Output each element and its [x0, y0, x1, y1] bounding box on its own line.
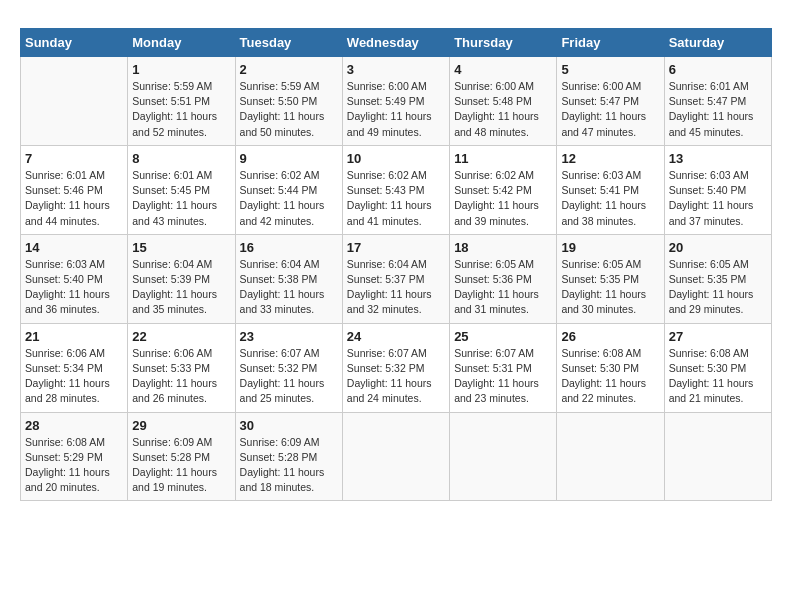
- weekday-header: Thursday: [450, 29, 557, 57]
- day-info: Sunrise: 6:08 AMSunset: 5:30 PMDaylight:…: [669, 346, 767, 407]
- weekday-header: Sunday: [21, 29, 128, 57]
- day-number: 28: [25, 418, 123, 433]
- day-number: 22: [132, 329, 230, 344]
- day-number: 17: [347, 240, 445, 255]
- calendar-cell: 30Sunrise: 6:09 AMSunset: 5:28 PMDayligh…: [235, 412, 342, 501]
- calendar-week-row: 28Sunrise: 6:08 AMSunset: 5:29 PMDayligh…: [21, 412, 772, 501]
- calendar-week-row: 7Sunrise: 6:01 AMSunset: 5:46 PMDaylight…: [21, 145, 772, 234]
- calendar-cell: 20Sunrise: 6:05 AMSunset: 5:35 PMDayligh…: [664, 234, 771, 323]
- calendar-cell: 27Sunrise: 6:08 AMSunset: 5:30 PMDayligh…: [664, 323, 771, 412]
- day-number: 3: [347, 62, 445, 77]
- calendar-week-row: 14Sunrise: 6:03 AMSunset: 5:40 PMDayligh…: [21, 234, 772, 323]
- day-number: 10: [347, 151, 445, 166]
- day-number: 25: [454, 329, 552, 344]
- calendar-cell: [21, 57, 128, 146]
- calendar-cell: 7Sunrise: 6:01 AMSunset: 5:46 PMDaylight…: [21, 145, 128, 234]
- calendar-cell: [664, 412, 771, 501]
- day-number: 2: [240, 62, 338, 77]
- day-number: 27: [669, 329, 767, 344]
- calendar-cell: [342, 412, 449, 501]
- calendar-cell: 24Sunrise: 6:07 AMSunset: 5:32 PMDayligh…: [342, 323, 449, 412]
- day-info: Sunrise: 6:01 AMSunset: 5:47 PMDaylight:…: [669, 79, 767, 140]
- calendar-cell: [557, 412, 664, 501]
- day-number: 20: [669, 240, 767, 255]
- calendar-cell: 16Sunrise: 6:04 AMSunset: 5:38 PMDayligh…: [235, 234, 342, 323]
- day-number: 19: [561, 240, 659, 255]
- calendar-cell: [450, 412, 557, 501]
- day-info: Sunrise: 6:07 AMSunset: 5:32 PMDaylight:…: [347, 346, 445, 407]
- day-info: Sunrise: 6:01 AMSunset: 5:45 PMDaylight:…: [132, 168, 230, 229]
- weekday-header: Tuesday: [235, 29, 342, 57]
- calendar-cell: 26Sunrise: 6:08 AMSunset: 5:30 PMDayligh…: [557, 323, 664, 412]
- day-number: 26: [561, 329, 659, 344]
- day-number: 9: [240, 151, 338, 166]
- calendar-cell: 12Sunrise: 6:03 AMSunset: 5:41 PMDayligh…: [557, 145, 664, 234]
- day-number: 13: [669, 151, 767, 166]
- day-info: Sunrise: 6:02 AMSunset: 5:42 PMDaylight:…: [454, 168, 552, 229]
- day-info: Sunrise: 6:05 AMSunset: 5:36 PMDaylight:…: [454, 257, 552, 318]
- calendar-cell: 9Sunrise: 6:02 AMSunset: 5:44 PMDaylight…: [235, 145, 342, 234]
- calendar-cell: 29Sunrise: 6:09 AMSunset: 5:28 PMDayligh…: [128, 412, 235, 501]
- day-info: Sunrise: 6:09 AMSunset: 5:28 PMDaylight:…: [240, 435, 338, 496]
- day-info: Sunrise: 6:03 AMSunset: 5:41 PMDaylight:…: [561, 168, 659, 229]
- day-number: 8: [132, 151, 230, 166]
- calendar-cell: 4Sunrise: 6:00 AMSunset: 5:48 PMDaylight…: [450, 57, 557, 146]
- calendar-cell: 3Sunrise: 6:00 AMSunset: 5:49 PMDaylight…: [342, 57, 449, 146]
- calendar-cell: 10Sunrise: 6:02 AMSunset: 5:43 PMDayligh…: [342, 145, 449, 234]
- calendar-week-row: 1Sunrise: 5:59 AMSunset: 5:51 PMDaylight…: [21, 57, 772, 146]
- calendar-cell: 2Sunrise: 5:59 AMSunset: 5:50 PMDaylight…: [235, 57, 342, 146]
- day-number: 1: [132, 62, 230, 77]
- calendar-cell: 13Sunrise: 6:03 AMSunset: 5:40 PMDayligh…: [664, 145, 771, 234]
- calendar-cell: 1Sunrise: 5:59 AMSunset: 5:51 PMDaylight…: [128, 57, 235, 146]
- day-info: Sunrise: 6:02 AMSunset: 5:43 PMDaylight:…: [347, 168, 445, 229]
- day-info: Sunrise: 6:07 AMSunset: 5:32 PMDaylight:…: [240, 346, 338, 407]
- day-number: 21: [25, 329, 123, 344]
- day-number: 6: [669, 62, 767, 77]
- calendar-cell: 8Sunrise: 6:01 AMSunset: 5:45 PMDaylight…: [128, 145, 235, 234]
- day-info: Sunrise: 6:04 AMSunset: 5:37 PMDaylight:…: [347, 257, 445, 318]
- calendar-header: SundayMondayTuesdayWednesdayThursdayFrid…: [21, 29, 772, 57]
- calendar-cell: 17Sunrise: 6:04 AMSunset: 5:37 PMDayligh…: [342, 234, 449, 323]
- weekday-header: Wednesday: [342, 29, 449, 57]
- calendar-cell: 5Sunrise: 6:00 AMSunset: 5:47 PMDaylight…: [557, 57, 664, 146]
- calendar-cell: 19Sunrise: 6:05 AMSunset: 5:35 PMDayligh…: [557, 234, 664, 323]
- day-number: 30: [240, 418, 338, 433]
- day-info: Sunrise: 6:06 AMSunset: 5:33 PMDaylight:…: [132, 346, 230, 407]
- day-info: Sunrise: 6:03 AMSunset: 5:40 PMDaylight:…: [25, 257, 123, 318]
- day-info: Sunrise: 6:03 AMSunset: 5:40 PMDaylight:…: [669, 168, 767, 229]
- calendar-cell: 23Sunrise: 6:07 AMSunset: 5:32 PMDayligh…: [235, 323, 342, 412]
- calendar-table: SundayMondayTuesdayWednesdayThursdayFrid…: [20, 28, 772, 501]
- day-info: Sunrise: 6:04 AMSunset: 5:38 PMDaylight:…: [240, 257, 338, 318]
- day-info: Sunrise: 5:59 AMSunset: 5:50 PMDaylight:…: [240, 79, 338, 140]
- day-number: 18: [454, 240, 552, 255]
- day-info: Sunrise: 6:08 AMSunset: 5:30 PMDaylight:…: [561, 346, 659, 407]
- header-row: SundayMondayTuesdayWednesdayThursdayFrid…: [21, 29, 772, 57]
- day-info: Sunrise: 6:08 AMSunset: 5:29 PMDaylight:…: [25, 435, 123, 496]
- calendar-cell: 21Sunrise: 6:06 AMSunset: 5:34 PMDayligh…: [21, 323, 128, 412]
- day-number: 29: [132, 418, 230, 433]
- day-info: Sunrise: 6:00 AMSunset: 5:48 PMDaylight:…: [454, 79, 552, 140]
- calendar-week-row: 21Sunrise: 6:06 AMSunset: 5:34 PMDayligh…: [21, 323, 772, 412]
- day-info: Sunrise: 6:05 AMSunset: 5:35 PMDaylight:…: [561, 257, 659, 318]
- day-info: Sunrise: 5:59 AMSunset: 5:51 PMDaylight:…: [132, 79, 230, 140]
- weekday-header: Saturday: [664, 29, 771, 57]
- day-info: Sunrise: 6:07 AMSunset: 5:31 PMDaylight:…: [454, 346, 552, 407]
- calendar-cell: 22Sunrise: 6:06 AMSunset: 5:33 PMDayligh…: [128, 323, 235, 412]
- day-number: 16: [240, 240, 338, 255]
- day-number: 4: [454, 62, 552, 77]
- calendar-cell: 18Sunrise: 6:05 AMSunset: 5:36 PMDayligh…: [450, 234, 557, 323]
- day-number: 14: [25, 240, 123, 255]
- day-number: 5: [561, 62, 659, 77]
- calendar-body: 1Sunrise: 5:59 AMSunset: 5:51 PMDaylight…: [21, 57, 772, 501]
- day-info: Sunrise: 6:01 AMSunset: 5:46 PMDaylight:…: [25, 168, 123, 229]
- calendar-cell: 25Sunrise: 6:07 AMSunset: 5:31 PMDayligh…: [450, 323, 557, 412]
- day-number: 11: [454, 151, 552, 166]
- weekday-header: Friday: [557, 29, 664, 57]
- day-info: Sunrise: 6:09 AMSunset: 5:28 PMDaylight:…: [132, 435, 230, 496]
- weekday-header: Monday: [128, 29, 235, 57]
- day-info: Sunrise: 6:06 AMSunset: 5:34 PMDaylight:…: [25, 346, 123, 407]
- calendar-cell: 15Sunrise: 6:04 AMSunset: 5:39 PMDayligh…: [128, 234, 235, 323]
- day-info: Sunrise: 6:04 AMSunset: 5:39 PMDaylight:…: [132, 257, 230, 318]
- calendar-cell: 28Sunrise: 6:08 AMSunset: 5:29 PMDayligh…: [21, 412, 128, 501]
- day-info: Sunrise: 6:00 AMSunset: 5:49 PMDaylight:…: [347, 79, 445, 140]
